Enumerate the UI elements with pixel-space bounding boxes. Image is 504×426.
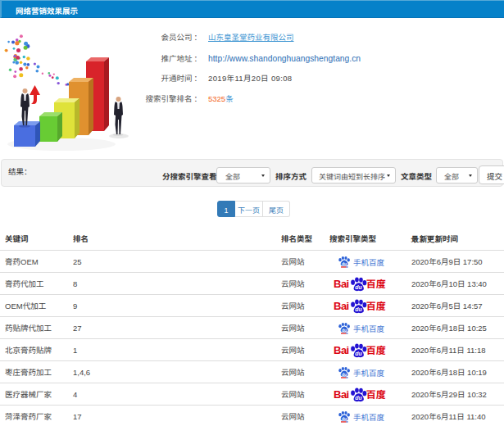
svg-text:du: du	[342, 415, 347, 421]
svg-text:du: du	[355, 393, 362, 401]
svg-text:du: du	[355, 305, 362, 313]
svg-text:du: du	[355, 283, 362, 291]
svg-text:du: du	[342, 327, 347, 333]
svg-text:du: du	[355, 349, 362, 357]
svg-text:du: du	[342, 371, 347, 377]
svg-text:du: du	[342, 261, 347, 266]
